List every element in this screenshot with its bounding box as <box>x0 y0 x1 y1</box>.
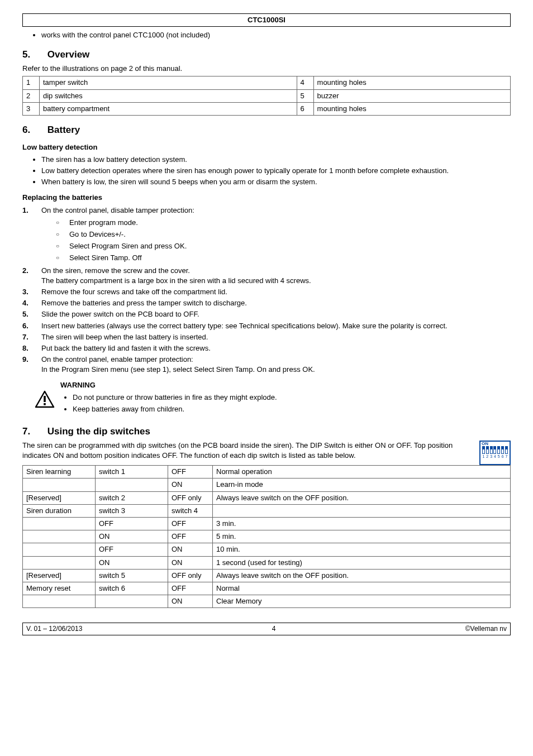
step-text: On the siren, remove the screw and the c… <box>41 266 190 275</box>
step-text: In the Program Siren menu (see step 1), … <box>41 365 315 374</box>
substep: Go to Devices+/-. <box>56 229 511 240</box>
dip-cell: OFF <box>168 517 213 530</box>
section5-title: Overview <box>47 49 90 60</box>
dip-cell: ON <box>168 479 213 491</box>
step-7: The siren will beep when the last batter… <box>22 332 511 342</box>
substep: Select Siren Tamp. Off <box>56 253 511 263</box>
dip-cell: 10 min. <box>213 543 511 556</box>
dip-cell: switch 2 <box>96 491 168 504</box>
dip-cell: 1 second (used for testing) <box>213 556 511 569</box>
part-num: 1 <box>23 76 40 89</box>
list-item: Do not puncture or throw batteries in fi… <box>73 393 277 403</box>
part-desc: mounting holes <box>313 102 510 115</box>
dip-cell: Memory reset <box>23 582 96 595</box>
dip-cell: Always leave switch on the OFF position. <box>213 491 511 504</box>
dip-switch-cell <box>501 446 504 454</box>
table-row: 2 dip switches 5 buzzer <box>23 89 511 102</box>
dip-num: 2 <box>486 454 488 460</box>
low-battery-heading: Low battery detection <box>22 142 511 152</box>
part-desc: dip switches <box>40 89 297 102</box>
dip-cell: OFF <box>96 517 168 530</box>
substep: Select Program Siren and press OK. <box>56 241 511 251</box>
part-desc: mounting holes <box>313 76 510 89</box>
dip-cell <box>96 595 168 608</box>
dip-cell: OFF <box>96 543 168 556</box>
dip-switch-table: Siren learning switch 1 OFF Normal opera… <box>22 465 511 608</box>
table-row: ON ON 1 second (used for testing) <box>23 556 511 569</box>
dip-num: 6 <box>502 454 504 460</box>
section5-intro: Refer to the illustrations on page 2 of … <box>22 64 511 74</box>
dip-cell: OFF only <box>168 491 213 504</box>
table-row: ON Learn-in mode <box>23 479 511 491</box>
low-battery-list: The siren has a low battery detection sy… <box>22 155 511 188</box>
dip-num: 4 <box>494 454 496 460</box>
step-6: Insert new batteries (always use the cor… <box>22 321 511 331</box>
dip-cell: [Reserved] <box>23 569 96 582</box>
warning-block: WARNING Do not puncture or throw batteri… <box>35 380 511 416</box>
dip-cell <box>23 530 96 543</box>
header-title: CTC1000SI <box>248 16 285 24</box>
dip-switch-cell <box>486 446 489 454</box>
dip-cell: switch 1 <box>96 466 168 479</box>
step-text: The battery compartment is a large box i… <box>41 276 311 285</box>
step-text: Insert new batteries (always use the cor… <box>41 322 448 330</box>
page-footer: V. 01 – 12/06/2013 4 ©Velleman nv <box>22 623 511 635</box>
warning-bullets: Do not puncture or throw batteries in fi… <box>60 393 277 414</box>
dip-switch-cell <box>493 446 496 454</box>
step-1: On the control panel, disable tamper pro… <box>22 205 511 264</box>
dip-cell: 3 min. <box>213 517 511 530</box>
step-9: On the control panel, enable tamper prot… <box>22 355 511 375</box>
step-text: Remove the batteries and press the tampe… <box>41 299 247 307</box>
dip-switch-cell <box>482 446 485 454</box>
dip-switch-cell <box>505 446 508 454</box>
dip-cell <box>96 479 168 491</box>
warning-icon <box>35 390 55 416</box>
dip-on-label: ON <box>480 442 510 446</box>
section6-heading: 6. Battery <box>22 123 511 137</box>
dip-intro-wrap: The siren can be programmed with dip swi… <box>22 441 511 461</box>
replacing-heading: Replacing the batteries <box>22 193 511 203</box>
list-item: Keep batteries away from children. <box>73 404 277 414</box>
dip-cell: Siren duration <box>23 504 96 517</box>
dip-cell: OFF <box>168 466 213 479</box>
table-row: OFF ON 10 min. <box>23 543 511 556</box>
dip-cell <box>23 543 96 556</box>
list-item: When battery is low, the siren will soun… <box>41 177 511 187</box>
table-row: Siren duration switch 3 switch 4 <box>23 504 511 517</box>
dip-cell: switch 4 <box>168 504 213 517</box>
dip-cell: OFF <box>168 582 213 595</box>
part-desc: buzzer <box>313 89 510 102</box>
section7-title: Using the dip switches <box>47 426 150 437</box>
dip-cell: switch 3 <box>96 504 168 517</box>
step-text: On the control panel, enable tamper prot… <box>41 355 193 363</box>
section7-intro: The siren can be programmed with dip swi… <box>22 441 476 461</box>
part-num: 2 <box>23 89 40 102</box>
step-3: Remove the four screws and take off the … <box>22 287 511 297</box>
replacing-steps: On the control panel, disable tamper pro… <box>22 205 511 375</box>
dip-cell: ON <box>96 556 168 569</box>
dip-cell <box>23 595 96 608</box>
dip-num: 1 <box>482 454 484 460</box>
substep: Enter program mode. <box>56 218 511 228</box>
list-item: Low battery detection operates where the… <box>41 166 511 176</box>
dip-cell <box>23 556 96 569</box>
step-8: Put back the battery lid and fasten it w… <box>22 343 511 353</box>
document-header: CTC1000SI <box>22 13 511 27</box>
section7-num: 7. <box>22 425 45 438</box>
dip-cell: Normal operation <box>213 466 511 479</box>
dip-num: 5 <box>498 454 500 460</box>
section5-heading: 5. Overview <box>22 48 511 61</box>
dip-switch-cell <box>497 446 500 454</box>
parts-table: 1 tamper switch 4 mounting holes 2 dip s… <box>22 76 511 116</box>
dip-num: 3 <box>490 454 492 460</box>
dip-cell: ON <box>168 556 213 569</box>
dip-cell: switch 5 <box>96 569 168 582</box>
dip-cell: Learn-in mode <box>213 479 511 491</box>
warning-content: WARNING Do not puncture or throw batteri… <box>60 380 277 416</box>
dip-cell <box>23 517 96 530</box>
part-desc: tamper switch <box>40 76 297 89</box>
dip-cell: OFF only <box>168 569 213 582</box>
svg-rect-1 <box>44 396 46 402</box>
step-text: On the control panel, disable tamper pro… <box>41 206 194 214</box>
dip-cell: Normal <box>213 582 511 595</box>
